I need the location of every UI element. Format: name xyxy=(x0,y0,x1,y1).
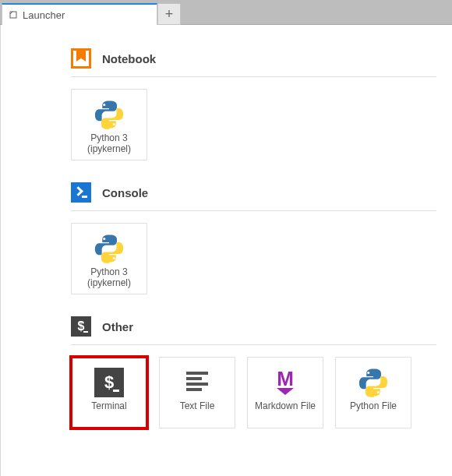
svg-point-3 xyxy=(103,238,105,240)
card-label: Python File xyxy=(350,401,397,412)
card-label: Markdown File xyxy=(255,401,316,412)
section-console-header: Console xyxy=(71,182,436,211)
card-label: Terminal xyxy=(91,401,126,412)
plus-icon: + xyxy=(165,6,174,23)
card-sublabel: (ipykernel) xyxy=(87,278,131,289)
topbar: Launcher + xyxy=(0,0,452,25)
card-notebook-python3[interactable]: Python 3 (ipykernel) xyxy=(71,89,147,160)
tabstrip: Launcher + xyxy=(0,0,181,24)
section-notebook: Notebook Python 3 (ipykernel) xyxy=(71,48,452,160)
card-label: Text File xyxy=(180,401,215,412)
section-notebook-title: Notebook xyxy=(102,52,156,65)
section-console: Console Python 3 (ipykernel) xyxy=(71,182,452,294)
section-console-title: Console xyxy=(102,186,148,199)
card-label: Python 3 xyxy=(90,267,127,278)
svg-point-9 xyxy=(367,372,369,374)
svg-point-1 xyxy=(103,104,105,106)
console-icon xyxy=(71,182,91,203)
svg-rect-6 xyxy=(186,377,202,380)
notebook-icon xyxy=(71,48,91,69)
python-icon xyxy=(94,231,125,266)
section-other-header: $ Other xyxy=(71,316,436,345)
card-markdown-file[interactable]: M Markdown File xyxy=(247,357,323,428)
card-text-file[interactable]: Text File xyxy=(159,357,235,428)
svg-point-4 xyxy=(113,257,115,259)
svg-rect-5 xyxy=(186,372,208,375)
python-icon xyxy=(358,365,389,400)
svg-point-10 xyxy=(377,391,380,393)
add-tab-button[interactable]: + xyxy=(157,3,181,25)
section-other-title: Other xyxy=(102,320,133,333)
text-file-icon xyxy=(183,365,211,400)
other-icon: $ xyxy=(71,316,91,337)
svg-rect-7 xyxy=(186,383,208,386)
svg-rect-8 xyxy=(186,388,202,391)
svg-point-2 xyxy=(113,123,115,125)
tab-launcher[interactable]: Launcher xyxy=(2,3,157,25)
card-terminal[interactable]: $ Terminal xyxy=(71,357,147,428)
card-sublabel: (ipykernel) xyxy=(87,144,131,155)
python-icon xyxy=(94,97,125,132)
tab-launcher-label: Launcher xyxy=(23,9,65,21)
section-notebook-header: Notebook xyxy=(71,48,436,77)
markdown-icon: M xyxy=(277,365,294,400)
terminal-icon: $ xyxy=(94,365,124,400)
card-console-python3[interactable]: Python 3 (ipykernel) xyxy=(71,223,147,294)
card-python-file[interactable]: Python File xyxy=(335,357,411,428)
new-window-icon xyxy=(9,10,18,19)
card-label: Python 3 xyxy=(90,133,127,144)
section-other: $ Other $ Terminal T xyxy=(71,316,452,428)
launcher-content: Notebook Python 3 (ipykernel) xyxy=(0,25,452,476)
